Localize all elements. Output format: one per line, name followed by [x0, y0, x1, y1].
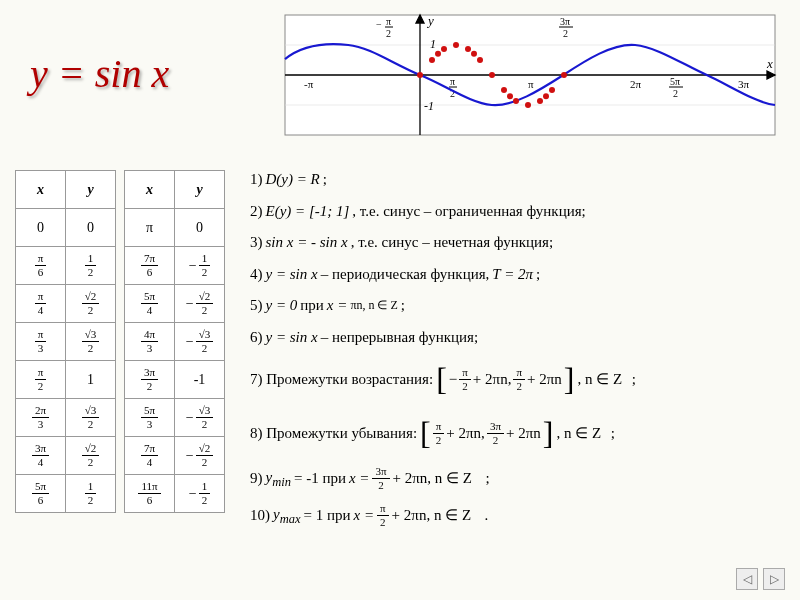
prop-3: 3) sin x = - sin x, т.е. синус – нечетна…	[250, 233, 780, 253]
table-row: 11π6−12	[125, 475, 225, 513]
svg-text:1: 1	[430, 37, 436, 51]
svg-point-33	[471, 51, 477, 57]
col-y: y	[66, 171, 116, 209]
table-row: 3π2-1	[125, 361, 225, 399]
prop-6: 6) y = sin x – непрерывная функция;	[250, 328, 780, 348]
svg-point-42	[549, 87, 555, 93]
svg-point-29	[435, 51, 441, 57]
slide-nav: ◁ ▷	[736, 568, 785, 590]
svg-text:2: 2	[673, 88, 678, 99]
svg-point-28	[429, 57, 435, 63]
svg-point-35	[489, 72, 495, 78]
prop-5: 5) y = 0 при x = πn, n ∈ Z;	[250, 296, 780, 316]
table-row: π4√22	[16, 285, 116, 323]
prop-7: 7) Промежутки возрастания: [ −π2 + 2πn, …	[250, 359, 780, 401]
prop-4: 4) y = sin x – периодическая функция, T …	[250, 265, 780, 285]
svg-point-32	[465, 46, 471, 52]
svg-point-31	[453, 42, 459, 48]
table-row: 2π3√32	[16, 399, 116, 437]
svg-text:π: π	[386, 16, 391, 27]
svg-text:-π: -π	[304, 78, 314, 90]
svg-point-37	[507, 93, 513, 99]
prop-8: 8) Промежутки убывания: [ π2 + 2πn, 3π2 …	[250, 413, 780, 455]
table-row: 7π4−√22	[125, 437, 225, 475]
table-row: π612	[16, 247, 116, 285]
svg-point-34	[477, 57, 483, 63]
table-row: 5π3−√32	[125, 399, 225, 437]
svg-text:π: π	[528, 78, 534, 90]
svg-point-27	[417, 72, 423, 78]
table-row: 5π4−√22	[125, 285, 225, 323]
svg-text:3π: 3π	[560, 16, 570, 27]
svg-text:−: −	[376, 19, 382, 30]
svg-point-30	[441, 46, 447, 52]
properties-list: 1) D(y) = R; 2) E(y) = [-1; 1], т.е. син…	[250, 170, 780, 540]
table-row: π0	[125, 209, 225, 247]
svg-text:5π: 5π	[670, 76, 680, 87]
table-row: 7π6−12	[125, 247, 225, 285]
prev-button[interactable]: ◁	[736, 568, 758, 590]
prop-10: 10) ymax = 1 при x = π2 + 2πn, n ∈ Z .	[250, 503, 780, 528]
table-row: 4π3−√32	[125, 323, 225, 361]
table-row: 00	[16, 209, 116, 247]
col-x: x	[125, 171, 175, 209]
sine-chart: y x 1 -1 -π −π2 π2 π 3π2 2π 5π2 3π	[280, 10, 780, 140]
col-y: y	[175, 171, 225, 209]
value-tables: xy 00π612π4√22π3√32π212π3√323π4√225π612 …	[15, 170, 225, 513]
prop-2: 2) E(y) = [-1; 1], т.е. синус – ограниче…	[250, 202, 780, 222]
svg-text:-1: -1	[424, 99, 434, 113]
svg-text:2: 2	[563, 28, 568, 39]
svg-point-40	[537, 98, 543, 104]
svg-text:2π: 2π	[630, 78, 642, 90]
next-button[interactable]: ▷	[763, 568, 785, 590]
y-axis-label: y	[426, 13, 434, 28]
x-axis-label: x	[766, 56, 773, 71]
svg-point-38	[513, 98, 519, 104]
svg-point-36	[501, 87, 507, 93]
table-right: xy π07π6−125π4−√224π3−√323π2-15π3−√327π4…	[124, 170, 225, 513]
page-title: y = sin x	[30, 50, 169, 97]
svg-text:π: π	[450, 76, 455, 87]
table-row: 5π612	[16, 475, 116, 513]
svg-text:2: 2	[386, 28, 391, 39]
table-row: π3√32	[16, 323, 116, 361]
prop-1: 1) D(y) = R;	[250, 170, 780, 190]
svg-point-43	[561, 72, 567, 78]
col-x: x	[16, 171, 66, 209]
table-row: π21	[16, 361, 116, 399]
svg-point-39	[525, 102, 531, 108]
prop-9: 9) ymin = -1 при x = 3π2 + 2πn, n ∈ Z ;	[250, 466, 780, 491]
svg-point-41	[543, 93, 549, 99]
table-left: xy 00π612π4√22π3√32π212π3√323π4√225π612	[15, 170, 116, 513]
svg-text:3π: 3π	[738, 78, 750, 90]
table-row: 3π4√22	[16, 437, 116, 475]
